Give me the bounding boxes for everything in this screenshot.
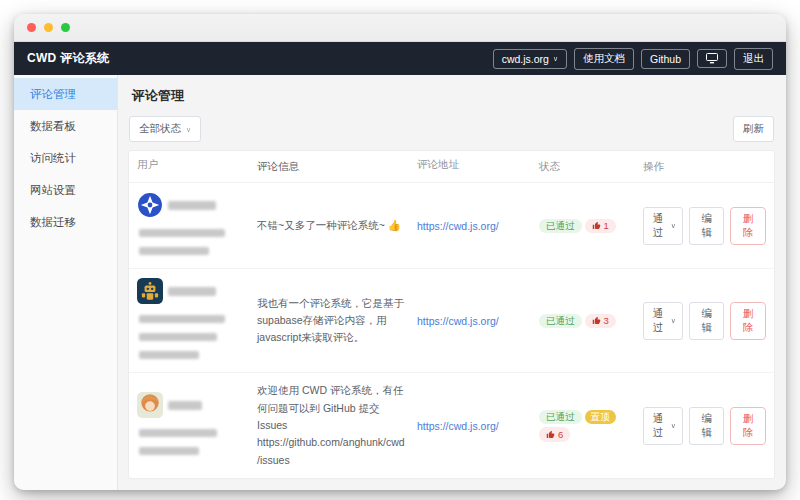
- sidebar-item-comment-management[interactable]: 评论管理: [14, 78, 117, 110]
- app-window: CWD 评论系统 cwd.js.org ∨ 使用文档 Github: [14, 14, 786, 490]
- actions-cell: 通过 ∨ 编辑 删除: [643, 207, 766, 245]
- col-header-user: 用户: [137, 158, 257, 175]
- likes-count: 6: [558, 430, 563, 440]
- logout-button[interactable]: 退出: [734, 48, 773, 70]
- user-cell: [137, 278, 257, 363]
- likes-badge: 1: [585, 219, 616, 234]
- top-navbar: CWD 评论系统 cwd.js.org ∨ 使用文档 Github: [14, 42, 786, 75]
- site-select-value: cwd.js.org: [502, 53, 549, 65]
- edit-button[interactable]: 编辑: [689, 302, 725, 340]
- comment-text: 不错~又多了一种评论系统~ 👍: [257, 217, 417, 234]
- redacted-user-detail: [139, 229, 225, 237]
- comment-url-link[interactable]: https://cwd.js.org/: [417, 315, 499, 327]
- col-header-actions: 操作: [643, 158, 766, 175]
- sidebar-item-data-migration[interactable]: 数据迁移: [14, 206, 117, 238]
- col-header-status: 状态: [539, 158, 643, 175]
- table-row: 不错~又多了一种评论系统~ 👍 https://cwd.js.org/ 已通过 …: [129, 183, 774, 269]
- approved-badge: 已通过: [539, 410, 582, 425]
- redacted-username: [168, 401, 202, 410]
- window-close-button[interactable]: [27, 23, 36, 32]
- page-title: 评论管理: [132, 87, 775, 105]
- toolbar: 全部状态 ∨ 刷新: [128, 116, 775, 142]
- comment-url-link[interactable]: https://cwd.js.org/: [417, 220, 499, 232]
- redacted-user-detail: [139, 315, 225, 323]
- table-header-row: 用户 评论信息 评论地址 状态 操作: [129, 151, 774, 183]
- window-minimize-button[interactable]: [44, 23, 53, 32]
- comment-text: 欢迎使用 CWD 评论系统，有任何问题可以到 GitHub 提交 Issues …: [257, 382, 417, 469]
- sidebar-nav: 评论管理 数据看板 访问统计 网站设置 数据迁移: [14, 75, 118, 490]
- actions-cell: 通过 ∨ 编辑 删除: [643, 407, 766, 445]
- user-cell: [137, 392, 257, 459]
- chevron-down-icon: ∨: [186, 126, 191, 133]
- macos-titlebar: [14, 14, 786, 42]
- delete-button[interactable]: 删除: [730, 302, 766, 340]
- approved-badge: 已通过: [539, 314, 582, 329]
- docs-button[interactable]: 使用文档: [574, 48, 634, 70]
- status-action-select[interactable]: 通过 ∨: [643, 302, 683, 340]
- redacted-user-detail: [139, 247, 209, 255]
- chevron-down-icon: ∨: [553, 55, 558, 62]
- status-action-select[interactable]: 通过 ∨: [643, 207, 683, 245]
- refresh-button[interactable]: 刷新: [733, 116, 774, 142]
- comment-text: 我也有一个评论系统，它是基于supabase存储评论内容，用javascript…: [257, 295, 417, 347]
- status-cell: 已通过 1: [539, 219, 643, 234]
- delete-button[interactable]: 删除: [730, 207, 766, 245]
- col-header-comment: 评论信息: [257, 158, 417, 175]
- status-filter-select[interactable]: 全部状态 ∨: [129, 116, 201, 142]
- delete-button[interactable]: 删除: [730, 407, 766, 445]
- redacted-user-detail: [139, 429, 217, 437]
- likes-count: 1: [604, 221, 609, 231]
- likes-badge: 3: [585, 314, 616, 329]
- app-title: CWD 评论系统: [27, 50, 109, 67]
- site-select[interactable]: cwd.js.org ∨: [493, 49, 567, 69]
- approved-badge: 已通过: [539, 219, 582, 234]
- chevron-down-icon: ∨: [671, 317, 676, 324]
- status-filter-value: 全部状态: [139, 122, 181, 136]
- sidebar-item-dashboard[interactable]: 数据看板: [14, 110, 117, 142]
- redacted-username: [168, 287, 216, 296]
- comment-url-link[interactable]: https://cwd.js.org/: [417, 420, 499, 432]
- redacted-user-detail: [139, 351, 199, 359]
- navbar-actions: cwd.js.org ∨ 使用文档 Github 退出: [493, 48, 773, 70]
- chevron-down-icon: ∨: [671, 222, 676, 229]
- likes-count: 3: [604, 316, 609, 326]
- table-row: 欢迎使用 CWD 评论系统，有任何问题可以到 GitHub 提交 Issues …: [129, 373, 774, 478]
- edit-button[interactable]: 编辑: [689, 407, 725, 445]
- user-avatar: [137, 192, 163, 218]
- actions-cell: 通过 ∨ 编辑 删除: [643, 302, 766, 340]
- main-content: 评论管理 全部状态 ∨ 刷新 用户 评论信息 评论地址 状态 操作: [118, 75, 786, 490]
- window-zoom-button[interactable]: [61, 23, 70, 32]
- display-mode-button[interactable]: [697, 49, 727, 68]
- user-cell: [137, 192, 257, 259]
- sidebar-item-site-settings[interactable]: 网站设置: [14, 174, 117, 206]
- chevron-down-icon: ∨: [671, 422, 676, 429]
- user-avatar: [137, 278, 163, 304]
- comments-table: 用户 评论信息 评论地址 状态 操作: [128, 150, 775, 479]
- sidebar-item-visit-stats[interactable]: 访问统计: [14, 142, 117, 174]
- monitor-icon: [706, 53, 718, 64]
- status-cell: 已通过 置顶 6: [539, 410, 643, 442]
- redacted-user-detail: [139, 447, 199, 455]
- edit-button[interactable]: 编辑: [689, 207, 725, 245]
- pinned-badge: 置顶: [585, 410, 616, 425]
- status-cell: 已通过 3: [539, 314, 643, 329]
- user-avatar: [137, 392, 163, 418]
- redacted-username: [168, 201, 216, 210]
- likes-badge: 6: [539, 427, 570, 442]
- table-row: 我也有一个评论系统，它是基于supabase存储评论内容，用javascript…: [129, 269, 774, 373]
- col-header-url: 评论地址: [417, 158, 539, 175]
- github-button[interactable]: Github: [641, 49, 690, 69]
- status-action-select[interactable]: 通过 ∨: [643, 407, 683, 445]
- redacted-user-detail: [139, 333, 217, 341]
